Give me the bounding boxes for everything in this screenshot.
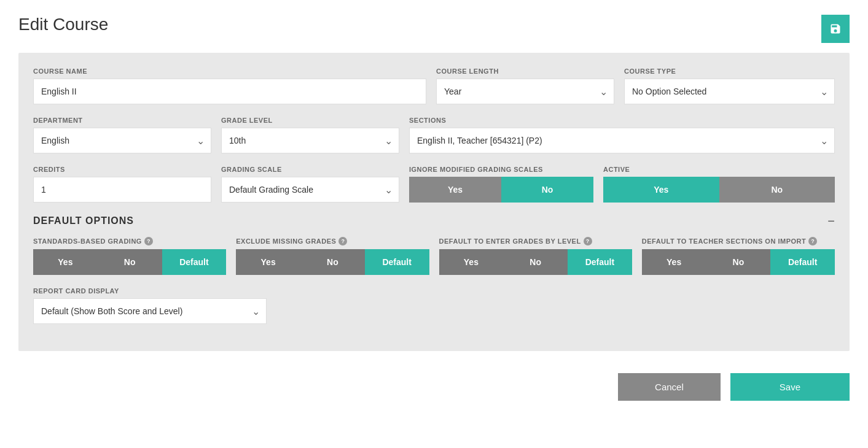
save-icon xyxy=(829,23,842,35)
sbg-label-wrapper: STANDARDS-BASED GRADING ? xyxy=(33,237,226,245)
credits-group: CREDITS xyxy=(33,166,211,203)
emg-label: EXCLUDE MISSING GRADES xyxy=(236,238,336,245)
form-row-2: DEPARTMENT English Math Science History … xyxy=(33,117,835,153)
ignore-modified-label: IGNORE MODIFIED GRADING SCALES xyxy=(409,166,593,173)
report-card-select-wrapper: Default (Show Both Score and Level) Scor… xyxy=(33,298,267,324)
report-card-row: REPORT CARD DISPLAY Default (Show Both S… xyxy=(33,287,835,324)
quick-save-button[interactable] xyxy=(821,15,850,43)
save-button[interactable]: Save xyxy=(730,373,850,401)
grade-level-select-wrapper: 9th 10th 11th 12th ⌄ xyxy=(221,128,399,153)
sbg-no-button[interactable]: No xyxy=(98,249,162,275)
sections-select-wrapper: English II, Teacher [654321] (P2) ⌄ xyxy=(409,128,835,153)
page-title: Edit Course xyxy=(18,15,108,34)
dtsi-help-icon[interactable]: ? xyxy=(808,237,817,245)
department-group: DEPARTMENT English Math Science History … xyxy=(33,117,211,153)
deg-default-button[interactable]: Default xyxy=(568,249,632,275)
sbg-help-icon[interactable]: ? xyxy=(144,237,153,245)
form-row-3: CREDITS GRADING SCALE Default Grading Sc… xyxy=(33,166,835,203)
report-card-display-group: REPORT CARD DISPLAY Default (Show Both S… xyxy=(33,287,267,324)
dtsi-label-wrapper: DEFAULT TO TEACHER SECTIONS ON IMPORT ? xyxy=(642,237,835,245)
default-options-row-1: STANDARDS-BASED GRADING ? Yes No Default… xyxy=(33,237,835,275)
course-type-group: COURSE TYPE No Option Selected ⌄ xyxy=(624,68,835,104)
sections-select[interactable]: English II, Teacher [654321] (P2) xyxy=(410,128,834,153)
default-options-section: DEFAULT OPTIONS − STANDARDS-BASED GRADIN… xyxy=(33,215,835,324)
grading-scale-select[interactable]: Default Grading Scale xyxy=(222,177,399,202)
report-card-select[interactable]: Default (Show Both Score and Level) Scor… xyxy=(34,299,266,323)
course-length-select[interactable]: Year Semester Quarter xyxy=(437,79,614,104)
default-teacher-sections-group: DEFAULT TO TEACHER SECTIONS ON IMPORT ? … xyxy=(642,237,835,275)
emg-label-wrapper: EXCLUDE MISSING GRADES ? xyxy=(236,237,429,245)
grading-scale-label: GRADING SCALE xyxy=(221,166,399,173)
course-length-group: COURSE LENGTH Year Semester Quarter ⌄ xyxy=(436,68,614,104)
edit-course-form: COURSE NAME COURSE LENGTH Year Semester … xyxy=(18,53,850,351)
emg-default-button[interactable]: Default xyxy=(365,249,429,275)
grade-level-select[interactable]: 9th 10th 11th 12th xyxy=(222,128,399,153)
deg-toggle: Yes No Default xyxy=(439,249,632,275)
exclude-missing-grades-group: EXCLUDE MISSING GRADES ? Yes No Default xyxy=(236,237,429,275)
course-length-select-wrapper: Year Semester Quarter ⌄ xyxy=(436,79,614,104)
ignore-modified-yes-button[interactable]: Yes xyxy=(409,177,501,203)
department-select-wrapper: English Math Science History ⌄ xyxy=(33,128,211,153)
form-row-1: COURSE NAME COURSE LENGTH Year Semester … xyxy=(33,68,835,104)
emg-no-button[interactable]: No xyxy=(300,249,365,275)
course-type-label: COURSE TYPE xyxy=(624,68,835,75)
grading-scale-select-wrapper: Default Grading Scale ⌄ xyxy=(221,177,399,203)
course-length-label: COURSE LENGTH xyxy=(436,68,614,75)
deg-label: DEFAULT TO ENTER GRADES BY LEVEL xyxy=(439,238,581,245)
deg-no-button[interactable]: No xyxy=(503,249,568,275)
grade-level-group: GRADE LEVEL 9th 10th 11th 12th ⌄ xyxy=(221,117,399,153)
course-name-group: COURSE NAME xyxy=(33,68,426,104)
ignore-modified-toggle: Yes No xyxy=(409,177,593,203)
sbg-label: STANDARDS-BASED GRADING xyxy=(33,238,142,245)
course-type-select[interactable]: No Option Selected xyxy=(625,79,834,104)
default-enter-grades-group: DEFAULT TO ENTER GRADES BY LEVEL ? Yes N… xyxy=(439,237,632,275)
dtsi-default-button[interactable]: Default xyxy=(770,249,835,275)
footer-actions: Cancel Save xyxy=(0,363,868,411)
course-type-select-wrapper: No Option Selected ⌄ xyxy=(624,79,835,104)
standards-based-grading-group: STANDARDS-BASED GRADING ? Yes No Default xyxy=(33,237,226,275)
course-name-input[interactable] xyxy=(33,79,426,104)
page-header: Edit Course xyxy=(0,0,868,53)
deg-help-icon[interactable]: ? xyxy=(584,237,592,245)
dtsi-toggle: Yes No Default xyxy=(642,249,835,275)
course-name-label: COURSE NAME xyxy=(33,68,426,75)
active-group: ACTIVE Yes No xyxy=(603,166,835,203)
active-toggle: Yes No xyxy=(603,177,835,203)
dtsi-no-button[interactable]: No xyxy=(706,249,771,275)
department-select[interactable]: English Math Science History xyxy=(34,128,211,153)
dtsi-yes-button[interactable]: Yes xyxy=(642,249,706,275)
credits-label: CREDITS xyxy=(33,166,211,173)
sections-group: SECTIONS English II, Teacher [654321] (P… xyxy=(409,117,835,153)
report-card-label: REPORT CARD DISPLAY xyxy=(33,287,267,295)
grade-level-label: GRADE LEVEL xyxy=(221,117,399,124)
deg-yes-button[interactable]: Yes xyxy=(439,249,504,275)
department-label: DEPARTMENT xyxy=(33,117,211,124)
sections-label: SECTIONS xyxy=(409,117,835,124)
ignore-modified-group: IGNORE MODIFIED GRADING SCALES Yes No xyxy=(409,166,593,203)
active-yes-button[interactable]: Yes xyxy=(603,177,719,203)
sbg-default-button[interactable]: Default xyxy=(162,249,227,275)
sbg-yes-button[interactable]: Yes xyxy=(33,249,98,275)
dtsi-label: DEFAULT TO TEACHER SECTIONS ON IMPORT xyxy=(642,238,806,245)
cancel-button[interactable]: Cancel xyxy=(618,373,721,401)
ignore-modified-no-button[interactable]: No xyxy=(501,177,593,203)
default-options-title: DEFAULT OPTIONS xyxy=(33,215,134,226)
default-options-header: DEFAULT OPTIONS − xyxy=(33,215,835,227)
emg-yes-button[interactable]: Yes xyxy=(236,249,300,275)
active-no-button[interactable]: No xyxy=(719,177,835,203)
active-label: ACTIVE xyxy=(603,166,835,173)
emg-toggle: Yes No Default xyxy=(236,249,429,275)
sbg-toggle: Yes No Default xyxy=(33,249,226,275)
credits-input[interactable] xyxy=(33,177,211,203)
deg-label-wrapper: DEFAULT TO ENTER GRADES BY LEVEL ? xyxy=(439,237,632,245)
grading-scale-group: GRADING SCALE Default Grading Scale ⌄ xyxy=(221,166,399,203)
collapse-button[interactable]: − xyxy=(827,215,835,227)
emg-help-icon[interactable]: ? xyxy=(338,237,347,245)
